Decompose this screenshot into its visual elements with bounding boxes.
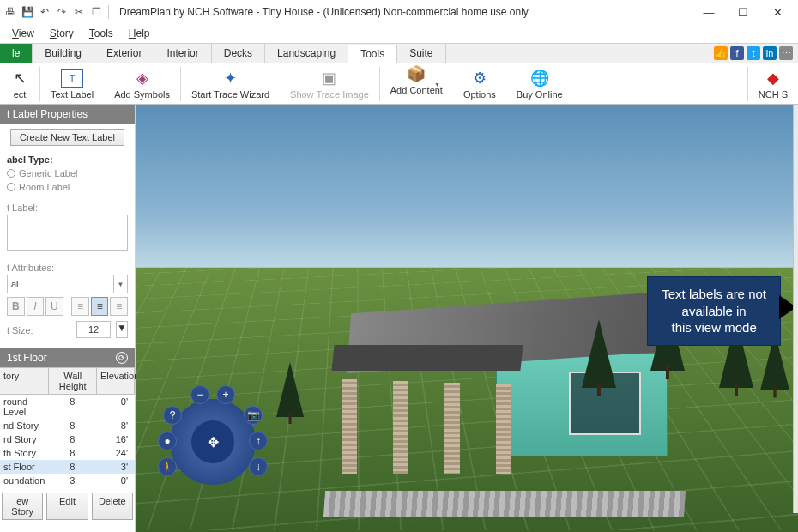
chevron-down-icon[interactable]: ▼: [116, 321, 128, 338]
refresh-icon[interactable]: ⟳: [116, 352, 128, 364]
menu-help[interactable]: Help: [122, 26, 157, 41]
chevron-down-icon[interactable]: ▼: [114, 275, 128, 293]
options-button[interactable]: ⚙Options: [453, 63, 506, 104]
col-story[interactable]: tory: [0, 368, 49, 394]
text-attr-label: t Attributes:: [7, 263, 128, 273]
align-center-button[interactable]: ≡: [91, 297, 109, 316]
viewmode-tooltip: Text labels are not available in this vi…: [647, 276, 781, 346]
text-label-label: t Label:: [7, 203, 128, 213]
up-icon[interactable]: ↑: [249, 432, 268, 450]
twitter-icon[interactable]: t: [747, 46, 760, 60]
trace-icon: ✦: [221, 69, 240, 88]
print-icon[interactable]: 🖶: [3, 5, 17, 19]
underline-button[interactable]: U: [45, 297, 63, 316]
tab-exterior[interactable]: Exterior: [94, 44, 154, 63]
undo-icon[interactable]: ↶: [38, 5, 51, 19]
text-label-input[interactable]: [7, 215, 128, 251]
cursor-icon: ↖: [10, 69, 29, 88]
record-icon[interactable]: ●: [158, 432, 177, 450]
minimize-button[interactable]: —: [692, 0, 726, 24]
window-title: DreamPlan by NCH Software - Tiny House -…: [119, 6, 529, 18]
tab-building[interactable]: Building: [33, 44, 94, 63]
show-trace-button[interactable]: ▣Show Trace Image: [280, 63, 379, 104]
col-elev[interactable]: Elevation: [97, 368, 135, 394]
copy-icon[interactable]: ❐: [89, 5, 103, 19]
add-symbols-button[interactable]: ◈Add Symbols: [104, 63, 180, 104]
nch-icon: ◆: [764, 69, 783, 88]
tab-suite[interactable]: Suite: [397, 44, 445, 63]
help-icon[interactable]: ?: [163, 406, 182, 425]
down-icon[interactable]: ↓: [249, 457, 268, 476]
radio-icon: [7, 183, 15, 191]
panel-header: t Label Properties: [0, 105, 135, 124]
linkedin-icon[interactable]: in: [763, 46, 777, 60]
pan-icon[interactable]: ✥: [191, 420, 234, 463]
font-size-label: t Size:: [7, 325, 33, 336]
tab-landscaping[interactable]: Landscaping: [265, 44, 348, 63]
radio-icon: [7, 169, 15, 178]
align-left-button[interactable]: ≡: [71, 297, 89, 316]
like-icon[interactable]: 👍: [714, 46, 728, 60]
story-table: tory Wall Height Elevation round Level8'…: [0, 367, 135, 487]
share-icon[interactable]: ⋯: [779, 46, 793, 60]
nav-wheel[interactable]: ✥ ? − + 📷 ↑ ↓ ● 🚶: [161, 390, 264, 493]
maximize-button[interactable]: ☐: [726, 0, 760, 24]
story-header: 1st Floor⟳: [0, 348, 135, 367]
bold-button[interactable]: B: [7, 297, 25, 316]
zoom-out-icon[interactable]: −: [190, 385, 209, 404]
create-label-button[interactable]: Create New Text Label: [10, 129, 124, 146]
new-story-button[interactable]: ew Story: [2, 493, 43, 520]
menu-story[interactable]: Story: [43, 26, 81, 41]
camera-icon[interactable]: 📷: [244, 406, 263, 425]
tab-tools[interactable]: Tools: [348, 45, 397, 63]
save-icon[interactable]: 💾: [21, 5, 34, 19]
radio-room[interactable]: Room Label: [7, 180, 128, 194]
delete-story-button[interactable]: Delete: [92, 493, 133, 520]
menu-view[interactable]: View: [5, 26, 41, 41]
social-icons: 👍 f t in ⋯: [709, 44, 798, 63]
image-icon: ▣: [320, 69, 339, 88]
col-height[interactable]: Wall Height: [49, 368, 97, 394]
cut-icon[interactable]: ✂: [72, 5, 86, 19]
font-select[interactable]: al: [7, 275, 114, 293]
buy-online-button[interactable]: 🌐Buy Online: [506, 63, 573, 104]
symbols-icon: ◈: [133, 69, 152, 88]
table-row[interactable]: oundation3'0': [0, 474, 135, 487]
text-icon: T: [61, 69, 83, 88]
tab-file[interactable]: le: [0, 44, 33, 63]
tab-decks[interactable]: Decks: [212, 44, 265, 63]
nch-suite-button[interactable]: ◆NCH S: [748, 63, 798, 104]
table-row[interactable]: th Story8'24': [0, 446, 135, 460]
start-trace-button[interactable]: ✦Start Trace Wizard: [181, 63, 280, 104]
right-toolbar[interactable]: [793, 105, 798, 513]
menu-bar: View Story Tools Help: [0, 24, 798, 43]
side-panel: t Label Properties Create New Text Label…: [0, 105, 136, 532]
close-button[interactable]: ✕: [760, 0, 795, 24]
align-right-button[interactable]: ≡: [110, 297, 128, 316]
add-content-button[interactable]: 📦Add Content▼: [380, 63, 453, 104]
divider: [108, 5, 109, 19]
globe-icon: 🌐: [530, 69, 549, 88]
radio-generic[interactable]: Generic Label: [7, 166, 128, 180]
viewport-3d[interactable]: Text labels are not available in this vi…: [136, 105, 798, 532]
tab-bar: le Building Exterior Interior Decks Land…: [0, 43, 798, 63]
text-label-button[interactable]: TText Label: [40, 63, 104, 104]
table-row[interactable]: round Level8'0': [0, 395, 135, 419]
tab-interior[interactable]: Interior: [154, 44, 211, 63]
content-icon: 📦: [407, 64, 426, 83]
redo-icon[interactable]: ↷: [55, 5, 69, 19]
house-model: [324, 293, 685, 499]
table-row[interactable]: st Floor8'3': [0, 460, 135, 474]
edit-story-button[interactable]: Edit: [46, 493, 88, 520]
gear-icon: ⚙: [470, 69, 489, 88]
font-size-input[interactable]: 12: [76, 321, 111, 338]
table-row[interactable]: nd Story8'8': [0, 419, 135, 432]
table-row[interactable]: rd Story8'16': [0, 432, 135, 446]
select-button[interactable]: ↖ect: [0, 63, 39, 104]
walk-icon[interactable]: 🚶: [158, 457, 177, 476]
menu-tools[interactable]: Tools: [82, 26, 120, 41]
italic-button[interactable]: I: [27, 297, 45, 316]
facebook-icon[interactable]: f: [730, 46, 744, 60]
title-bar: 🖶 💾 ↶ ↷ ✂ ❐ DreamPlan by NCH Software - …: [0, 0, 798, 24]
zoom-in-icon[interactable]: +: [216, 385, 235, 404]
